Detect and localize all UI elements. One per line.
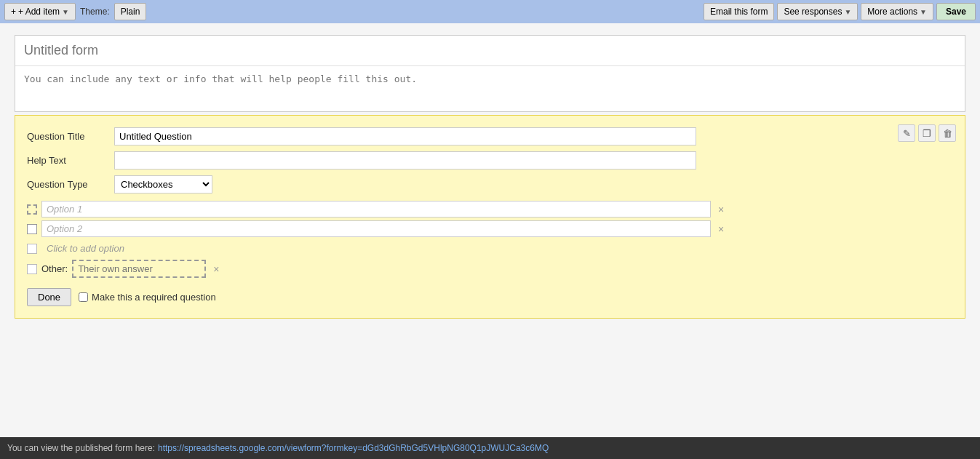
done-label: Done (38, 292, 60, 303)
other-remove[interactable]: × (210, 263, 222, 275)
other-checkbox[interactable] (27, 264, 37, 274)
bottom-bar: You can view the published form here: ht… (0, 437, 980, 459)
plus-icon: + (11, 7, 16, 17)
toolbar: + + Add item ▼ Theme: Plain Email this f… (0, 0, 980, 23)
more-actions-label: More actions (867, 7, 917, 17)
copy-icon: ❐ (923, 128, 931, 139)
question-title-row: Question Title (27, 127, 953, 145)
help-text-label: Help Text (27, 155, 107, 166)
trash-icon: 🗑 (943, 128, 952, 139)
question-type-label: Question Type (27, 179, 107, 190)
add-item-dropdown-arrow: ▼ (62, 8, 69, 16)
other-row: Other: × (27, 260, 953, 278)
option-1-checkbox[interactable] (27, 204, 37, 215)
edit-question-button[interactable]: ✎ (898, 124, 915, 142)
add-item-label: + Add item (18, 7, 60, 17)
other-label: Other: (41, 263, 68, 274)
pencil-icon: ✎ (903, 128, 911, 139)
click-to-add-checkbox (27, 244, 37, 254)
see-responses-arrow: ▼ (844, 8, 851, 16)
bottom-bar-static-text: You can view the published form here: (7, 443, 155, 453)
theme-static-label: Theme: (80, 7, 110, 17)
email-form-label: Email this form (710, 7, 768, 17)
click-to-add-label[interactable]: Click to add option (41, 240, 711, 257)
options-area: × × Click to add option Other: × (27, 201, 953, 278)
required-checkbox[interactable] (79, 292, 88, 302)
add-item-button[interactable]: + + Add item ▼ (4, 3, 76, 20)
done-area: Done Make this a required question (27, 288, 953, 306)
click-to-add-row: Click to add option (27, 240, 953, 257)
option-row-1: × (27, 201, 953, 217)
see-responses-button[interactable]: See responses ▼ (777, 3, 858, 20)
theme-value: Plain (121, 7, 140, 17)
option-row-2: × (27, 220, 953, 237)
toolbar-left: + + Add item ▼ Theme: Plain (4, 3, 699, 20)
form-header-section (15, 35, 965, 112)
question-block: ✎ ❐ 🗑 Question Title Help Text Question … (15, 115, 965, 319)
help-text-row: Help Text (27, 151, 953, 169)
duplicate-question-button[interactable]: ❐ (918, 124, 936, 142)
more-actions-arrow: ▼ (920, 8, 927, 16)
toolbar-right: Email this form See responses ▼ More act… (704, 3, 976, 20)
form-title-input[interactable] (15, 36, 965, 65)
save-button[interactable]: Save (936, 3, 976, 20)
question-type-row: Question Type Text Paragraph text Multip… (27, 175, 953, 193)
question-title-input[interactable] (114, 127, 696, 145)
theme-button[interactable]: Plain (114, 3, 147, 20)
published-form-link[interactable]: https://spreadsheets.google.com/viewform… (158, 443, 549, 453)
done-button[interactable]: Done (27, 288, 71, 306)
question-type-select[interactable]: Text Paragraph text Multiple choice Chec… (114, 175, 212, 193)
option-1-remove[interactable]: × (715, 204, 727, 215)
help-text-input[interactable] (114, 151, 696, 169)
email-form-button[interactable]: Email this form (704, 3, 774, 20)
more-actions-button[interactable]: More actions ▼ (861, 3, 933, 20)
question-title-label: Question Title (27, 131, 107, 142)
option-2-remove[interactable]: × (715, 223, 727, 235)
option-2-checkbox[interactable] (27, 224, 37, 234)
question-action-icons: ✎ ❐ 🗑 (898, 124, 956, 142)
other-answer-input[interactable] (72, 260, 206, 278)
delete-question-button[interactable]: 🗑 (939, 124, 956, 142)
save-label: Save (946, 7, 966, 17)
main-content: ✎ ❐ 🗑 Question Title Help Text Question … (0, 23, 980, 437)
required-label: Make this a required question (92, 292, 216, 303)
form-description-input[interactable] (15, 65, 965, 109)
required-question-row: Make this a required question (79, 292, 216, 303)
option-2-input[interactable] (41, 220, 711, 237)
see-responses-label: See responses (784, 7, 842, 17)
option-1-input[interactable] (41, 201, 711, 217)
